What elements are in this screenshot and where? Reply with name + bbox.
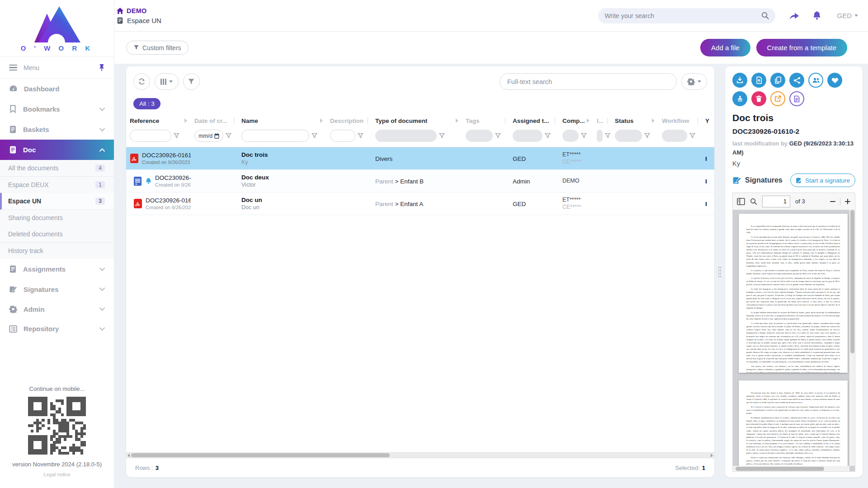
filter-name-input[interactable] (241, 130, 309, 142)
signatures-label: Signatures (745, 176, 783, 184)
sidebar-item-espace-deux[interactable]: Espace DEUX 1 (0, 177, 114, 193)
sidebar-item-repository[interactable]: Repository (0, 319, 114, 338)
share-button[interactable] (789, 73, 804, 88)
table-settings-button[interactable] (681, 73, 707, 90)
viewer-search-icon[interactable] (750, 198, 757, 205)
global-search[interactable] (598, 8, 775, 23)
funnel-outline-icon[interactable] (689, 133, 695, 139)
page-number-input[interactable] (762, 196, 790, 207)
fulltext-search[interactable] (500, 73, 677, 90)
custom-filters-button[interactable]: Custom filters (126, 41, 189, 55)
funnel-outline-icon[interactable] (605, 133, 611, 139)
doc-name: Doc trois (241, 151, 323, 158)
add-file-button[interactable]: Add a file (700, 39, 750, 56)
delete-button[interactable] (751, 91, 766, 106)
funnel-outline-icon[interactable] (545, 133, 551, 139)
pin-icon[interactable] (99, 64, 105, 71)
sidebar-toggle-icon[interactable] (737, 198, 745, 205)
sidebar-item-espace-un[interactable]: Espace UN 3 (0, 193, 114, 210)
menu-toggle[interactable]: Menu (0, 56, 114, 79)
start-signature-button[interactable]: Start a signature (790, 174, 855, 187)
col-company[interactable]: Comp... (559, 114, 593, 127)
col-reference[interactable]: Reference (126, 114, 191, 127)
sidebar-item-signatures[interactable]: Signatures (0, 279, 114, 299)
legal-notice-link[interactable]: Legal notice (0, 472, 114, 483)
document-properties-button[interactable] (789, 91, 804, 106)
sidebar-item-deleted-documents[interactable]: Deleted documents (0, 226, 114, 243)
stamp-icon (736, 95, 744, 103)
table-row[interactable]: w DOC230926-01609-0 Created on 9/26/2023… (126, 170, 714, 192)
col-date[interactable]: Date of cr... (191, 114, 238, 127)
table-row[interactable]: DOC230926-01608-0 Created on 9/26/2023 3… (126, 192, 714, 215)
scrollbar-thumb[interactable] (131, 453, 390, 457)
sidebar-item-sharing-documents[interactable]: Sharing documents (0, 210, 114, 226)
funnel-outline-icon[interactable] (226, 133, 231, 139)
calendar-icon[interactable] (214, 133, 219, 139)
scroll-right-icon[interactable] (711, 454, 713, 457)
favorite-button[interactable] (827, 73, 842, 88)
sidebar-item-all-documents[interactable]: All the documents 4 (0, 160, 114, 177)
refresh-button[interactable] (133, 73, 150, 90)
user-menu[interactable]: GED (837, 12, 858, 19)
detail-reference: DOC230926-01610-2 (732, 127, 855, 136)
funnel-outline-icon[interactable] (495, 133, 501, 139)
filter-tab-all[interactable]: All : 3 (133, 98, 160, 109)
scroll-left-icon[interactable] (127, 454, 130, 457)
col-status[interactable]: Status (611, 114, 658, 127)
funnel-outline-icon[interactable] (644, 133, 650, 139)
copy-button[interactable] (770, 73, 785, 88)
scrollbar-thumb[interactable] (850, 210, 854, 353)
zoom-out-icon[interactable] (830, 198, 836, 205)
sidebar-item-label: Admin (24, 305, 45, 313)
table-row[interactable]: DOC230926-01610-2 Created on 9/26/2023 3… (126, 147, 714, 170)
sidebar-item-doc[interactable]: Doc (0, 140, 114, 160)
col-assigned[interactable]: Assigned t... (509, 114, 559, 127)
users-button[interactable] (808, 73, 823, 88)
sidebar-item-assignments[interactable]: Assignments (0, 259, 114, 279)
open-external-button[interactable] (770, 91, 785, 106)
columns-button[interactable] (155, 73, 179, 90)
sidebar-item-dashboard[interactable]: Dashboard (0, 79, 114, 99)
fulltext-search-input[interactable] (507, 78, 669, 85)
col-name[interactable]: Name (238, 114, 326, 127)
bell-icon[interactable] (812, 11, 821, 21)
download-button[interactable] (732, 73, 747, 88)
filter-button[interactable] (183, 73, 200, 90)
filter-date-input[interactable]: mm/d (194, 130, 223, 142)
global-search-input[interactable] (604, 12, 761, 19)
create-template-button[interactable]: Create from a template (756, 39, 847, 56)
pdf-pages-area[interactable]: Il y a aujourd'hui trois cent quarante-h… (733, 210, 855, 471)
funnel-outline-icon[interactable] (174, 133, 179, 139)
sidebar-item-bookmarks[interactable]: Bookmarks (0, 99, 114, 119)
pdf-horizontal-scrollbar[interactable] (733, 466, 849, 471)
stamp-button[interactable] (732, 91, 747, 106)
table-horizontal-scrollbar[interactable] (126, 452, 714, 458)
funnel-outline-icon[interactable] (358, 133, 363, 139)
sidebar-item-history-track[interactable]: History track (0, 243, 114, 259)
col-description[interactable]: Description (326, 114, 372, 127)
scrollbar-thumb[interactable] (736, 467, 824, 471)
search-icon[interactable] (761, 12, 769, 19)
sidebar-item-admin[interactable]: Admin (0, 299, 114, 319)
filter-description-input[interactable] (330, 130, 355, 142)
space-crumb[interactable]: Espace UN (117, 17, 161, 24)
workspace-crumb[interactable]: DEMO (117, 7, 161, 14)
sidebar-item-label: Assignments (23, 265, 66, 273)
funnel-outline-icon[interactable] (439, 133, 445, 139)
caret-down-icon (698, 80, 701, 83)
panel-splitter[interactable] (714, 66, 725, 477)
col-i[interactable]: I... (593, 114, 611, 127)
share-arrow-icon[interactable] (789, 11, 800, 20)
col-y[interactable]: Y (702, 114, 714, 127)
col-workflow[interactable]: Workflow (658, 114, 702, 127)
funnel-outline-icon[interactable] (581, 133, 587, 139)
pdf-vertical-scrollbar[interactable] (849, 210, 855, 466)
sidebar-item-baskets[interactable]: Baskets (0, 119, 114, 140)
funnel-outline-icon[interactable] (311, 133, 317, 139)
col-tags[interactable]: Tags (462, 114, 509, 127)
col-type[interactable]: Type of document (372, 114, 462, 127)
zoom-in-icon[interactable] (844, 198, 851, 205)
book-icon (9, 145, 17, 154)
filter-reference-input[interactable] (130, 130, 171, 142)
upload-version-button[interactable] (751, 73, 766, 88)
